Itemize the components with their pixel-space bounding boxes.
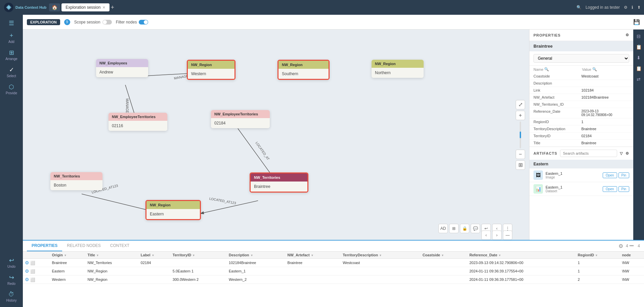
nav-prev[interactable]: ‹	[481, 231, 491, 240]
nav-next[interactable]: ›	[492, 231, 502, 240]
far-right-icon-4[interactable]: 📋	[635, 64, 643, 72]
row-action-western[interactable]: ⚙ ⬜	[23, 275, 50, 284]
node-nw-region-eastern-header: NW_Region	[146, 201, 200, 209]
sidebar-arrange-btn[interactable]: ⊞ Arrange	[1, 47, 22, 63]
row-node-eastern: \NW	[620, 267, 644, 275]
canvas[interactable]: MANAGES MANAGES LOCATED_AT LOCATED_AT123…	[23, 30, 529, 240]
tab-close[interactable]: ×	[102, 5, 105, 10]
artifact-eastern-1-image-pin[interactable]: Pin	[618, 172, 629, 178]
sidebar-add-btn[interactable]: + Add	[1, 30, 22, 46]
artifacts-search-input[interactable]	[560, 150, 617, 157]
node-nw-empterr-02184[interactable]: NW_EmployeeTerritories 02184	[211, 110, 270, 128]
scope-session-toggle[interactable]: Scope session	[74, 20, 112, 24]
help-icon[interactable]: ℹ	[632, 5, 633, 10]
col-title[interactable]: Title ▾	[85, 252, 138, 259]
node-nw-region-eastern[interactable]: NW_Region Eastern	[145, 200, 201, 220]
col-territory-description[interactable]: TerritoryDescription ▾	[341, 252, 420, 259]
row-coastside-braintree	[421, 259, 468, 267]
mini-btn-3[interactable]: 🔒	[460, 224, 469, 233]
far-right-icon-5[interactable]: ⇄	[635, 75, 642, 83]
node-nw-empterr-02116[interactable]: NW_EmployeeTerritories 02116	[109, 113, 167, 131]
node-nw-region-northern-body: Northern	[372, 68, 424, 78]
nav-toolbar: ‹ › —	[481, 231, 512, 240]
col-node[interactable]: node	[620, 252, 644, 259]
filter-toggle[interactable]	[139, 20, 148, 24]
bottom-settings-icon[interactable]: ⚙	[618, 243, 623, 249]
col-label[interactable]: Label ▾	[139, 252, 171, 259]
col-coastside[interactable]: Coastside ▾	[421, 252, 468, 259]
row-action-eastern[interactable]: ⚙ ⬜	[23, 267, 50, 275]
prop-territory-description: TerritoryDescription Braintree	[529, 125, 633, 133]
save-button[interactable]: 💾	[633, 19, 640, 25]
tab-related-nodes[interactable]: RELATED NODES	[62, 241, 105, 251]
fit-all-button[interactable]: ⊞	[516, 160, 525, 170]
sidebar-undo-btn[interactable]: ↩ Undo	[1, 255, 22, 270]
name-search-icon[interactable]: 🔍	[544, 67, 549, 71]
filter-nodes-toggle[interactable]: Filter nodes	[116, 20, 148, 24]
scope-toggle[interactable]	[102, 20, 112, 24]
tab-properties[interactable]: PROPERTIES	[27, 241, 62, 251]
row-action-braintree[interactable]: ⚙ ⬜	[23, 259, 50, 267]
col-nw-artefact[interactable]: NW_Artefact ▾	[286, 252, 341, 259]
bottom-panel: PROPERTIES RELATED NODES CONTEXT ⚙ 4 •••…	[23, 240, 644, 307]
node-nw-territories-braintree[interactable]: NW_Territories Braintree	[250, 172, 308, 193]
row-territory-desc-western	[341, 275, 420, 284]
col-origin[interactable]: Origin ▾	[50, 252, 86, 259]
artifact-eastern-1-image-btns: Open Pin	[603, 172, 629, 178]
col-reference-date[interactable]: Reference_Date ▾	[467, 252, 576, 259]
nav-dash[interactable]: —	[503, 231, 512, 240]
node-nw-region-western[interactable]: NW_Region Western	[187, 60, 235, 80]
row-coastside-western	[421, 275, 468, 284]
settings-icon[interactable]: ⚙	[624, 5, 628, 10]
toolbar: EXPLORATION 9 Scope session Filter nodes…	[23, 15, 644, 30]
far-right-icon-2[interactable]: 📋	[635, 43, 643, 51]
value-search-icon[interactable]: 🔍	[592, 67, 597, 71]
new-tab-button[interactable]: +	[111, 4, 115, 11]
node-nw-territories-braintree-header: NW_Territories	[251, 173, 307, 182]
node-nw-region-southern[interactable]: NW_Region Southern	[277, 60, 330, 80]
svg-line-4	[238, 129, 273, 177]
properties-settings-icon[interactable]: ⚙	[626, 33, 629, 37]
sidebar-history-btn[interactable]: ⏱ History	[1, 289, 22, 304]
row-label-eastern	[139, 267, 171, 275]
mini-btn-2[interactable]: ⊞	[449, 224, 459, 233]
search-icon[interactable]: 🔍	[576, 5, 582, 10]
mini-btn-4[interactable]: 💬	[471, 224, 480, 233]
col-region-id[interactable]: RegionID ▾	[576, 252, 620, 259]
home-button[interactable]: 🏠	[49, 3, 60, 11]
node-nw-region-western-body: Western	[188, 69, 234, 79]
table-row-eastern: ⚙ ⬜ Eastern NW_Region 5.0Eastern 1 Easte…	[23, 267, 644, 275]
far-right-icon-1[interactable]: ⊟	[635, 32, 642, 40]
logged-in-label: Logged in as tester	[586, 5, 620, 10]
col-description[interactable]: Description ▾	[227, 252, 286, 259]
node-nw-territories-boston[interactable]: NW_Territories Boston	[50, 172, 102, 190]
zoom-out-button[interactable]: −	[516, 150, 525, 159]
tab-context[interactable]: CONTEXT	[105, 241, 134, 251]
node-nw-employees[interactable]: NW_Employees Andrew	[96, 59, 148, 77]
col-territory-id[interactable]: TerritoryID ▾	[171, 252, 227, 259]
zoom-in-button[interactable]: +	[516, 111, 525, 120]
exploration-tab[interactable]: Exploration session ×	[61, 3, 109, 11]
undo-label: Undo	[7, 265, 15, 268]
artifact-eastern-1-dataset-name: Eastern_1	[546, 185, 562, 189]
sidebar-menu-btn[interactable]: ☰	[1, 17, 22, 29]
sidebar-select-btn[interactable]: ✓ Select	[1, 64, 22, 80]
properties-general-section: General	[529, 51, 633, 66]
artifacts-settings-icon[interactable]: ⚙	[626, 151, 629, 156]
fit-zoom-button[interactable]: ⤢	[516, 100, 525, 109]
artifact-eastern-1-dataset-info: 📊 Eastern_1 Dataset	[533, 184, 562, 194]
mini-btn-1[interactable]: AD	[438, 224, 448, 233]
artifact-eastern-1-image-open[interactable]: Open	[603, 172, 617, 178]
sidebar-provide-btn[interactable]: ⬡ Provide	[1, 81, 22, 97]
sidebar-redo-btn[interactable]: ↪ Redo	[1, 272, 22, 288]
scope-session-label: Scope session	[74, 20, 100, 24]
far-right-icon-3[interactable]: ⬇	[635, 54, 642, 62]
artifact-eastern-1-dataset-open[interactable]: Open	[603, 186, 617, 192]
general-select[interactable]: General	[533, 54, 629, 63]
row-ref-date-braintree: 2023-09-13 09:14:32.790806+00	[467, 259, 576, 267]
node-nw-region-northern[interactable]: NW_Region Northern	[372, 60, 424, 78]
app-logo: Data Context Hub	[3, 2, 46, 13]
artifact-eastern-1-dataset-pin[interactable]: Pin	[618, 186, 629, 192]
export-icon[interactable]: ⬆	[637, 5, 641, 10]
artifacts-filter-icon[interactable]: ▽	[620, 151, 623, 156]
